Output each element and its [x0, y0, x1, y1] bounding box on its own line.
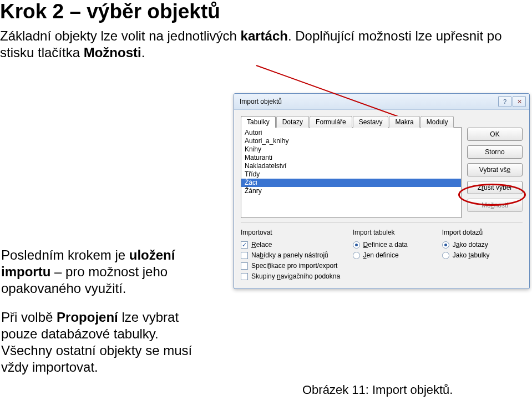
tab-tabulky[interactable]: Tabulky: [241, 116, 276, 128]
radio-icon[interactable]: [442, 241, 449, 249]
chk-skupiny[interactable]: Skupiny navigačního podokna: [241, 271, 344, 282]
list-item[interactable]: Autori_a_knihy: [241, 137, 461, 145]
list-item[interactable]: Třídy: [241, 170, 461, 179]
checkbox-icon[interactable]: [241, 262, 248, 270]
storno-button[interactable]: Storno: [467, 145, 523, 159]
select-all-button[interactable]: Vybrat vše: [467, 163, 523, 176]
close-icon[interactable]: ✕: [513, 96, 526, 107]
chk-relace[interactable]: Relace: [241, 240, 344, 250]
left-note-2: Při volbě Propojení lze vybrat pouze dat…: [1, 309, 206, 376]
dialog-title: Import objektů: [240, 98, 497, 105]
left-note-1: Posledním krokem je uložení importu – pr…: [1, 247, 206, 297]
checkbox-icon[interactable]: [241, 252, 248, 259]
dialog-side-buttons: OK Storno Vybrat vše Zrušit výběr Možnos…: [467, 115, 523, 218]
radio-icon[interactable]: [353, 241, 360, 249]
options-head: Import dotazů: [442, 229, 523, 236]
ok-button[interactable]: OK: [467, 128, 523, 141]
rdo-jako-tabulky[interactable]: Jako tabulky: [442, 250, 523, 261]
page-title: Krok 2 – výběr objektů: [0, 0, 532, 23]
tab-makra[interactable]: Makra: [389, 116, 419, 128]
options-panel: Importovat Relace Nabídky a panely nástr…: [241, 222, 523, 282]
intro-text: Základní objekty lze volit na jednotlivý…: [0, 28, 530, 61]
rdo-definice-data[interactable]: Definice a data: [353, 240, 433, 250]
radio-icon[interactable]: [353, 252, 360, 259]
left-notes: Posledním krokem je uložení importu – pr…: [1, 247, 206, 388]
list-item[interactable]: Autori: [241, 129, 461, 137]
tab-moduly[interactable]: Moduly: [420, 116, 454, 128]
checkbox-icon[interactable]: [241, 241, 248, 249]
import-objects-dialog: Import objektů ? ✕ Tabulky Dotazy Formul…: [234, 93, 530, 289]
options-head: Import tabulek: [353, 229, 433, 236]
radio-icon[interactable]: [442, 252, 449, 259]
deselect-button[interactable]: Zrušit výběr: [467, 181, 523, 194]
list-item[interactable]: Nakladatelství: [241, 162, 461, 170]
rdo-jen-definice[interactable]: Jen definice: [353, 250, 433, 261]
options-col-import-tabulek: Import tabulek Definice a data Jen defin…: [353, 229, 433, 282]
chk-specifikace[interactable]: Specifikace pro import/export: [241, 261, 344, 271]
options-button[interactable]: Možnosti: [467, 199, 523, 212]
list-item[interactable]: Žánry: [241, 187, 461, 195]
figure-caption: Obrázek 11: Import objektů.: [302, 383, 453, 397]
tab-dotazy[interactable]: Dotazy: [276, 116, 309, 128]
list-item[interactable]: Maturanti: [241, 154, 461, 162]
titlebar[interactable]: Import objektů ? ✕: [234, 94, 529, 110]
options-head: Importovat: [241, 229, 344, 236]
help-icon[interactable]: ?: [498, 96, 511, 107]
tabstrip: Tabulky Dotazy Formuláře Sestavy Makra M…: [241, 116, 462, 128]
rdo-jako-dotazy[interactable]: Jako dotazy: [442, 240, 523, 250]
list-item-selected[interactable]: Žáci: [241, 179, 461, 187]
tab-formulare[interactable]: Formuláře: [310, 116, 352, 128]
object-listbox[interactable]: Autori Autori_a_knihy Knihy Maturanti Na…: [241, 127, 462, 218]
options-col-import-dotazu: Import dotazů Jako dotazy Jako tabulky: [442, 229, 523, 282]
chk-nabidky[interactable]: Nabídky a panely nástrojů: [241, 250, 344, 261]
tab-sestavy[interactable]: Sestavy: [353, 116, 389, 128]
options-col-importovat: Importovat Relace Nabídky a panely nástr…: [241, 229, 344, 282]
checkbox-icon[interactable]: [241, 273, 248, 280]
list-item[interactable]: Knihy: [241, 145, 461, 154]
